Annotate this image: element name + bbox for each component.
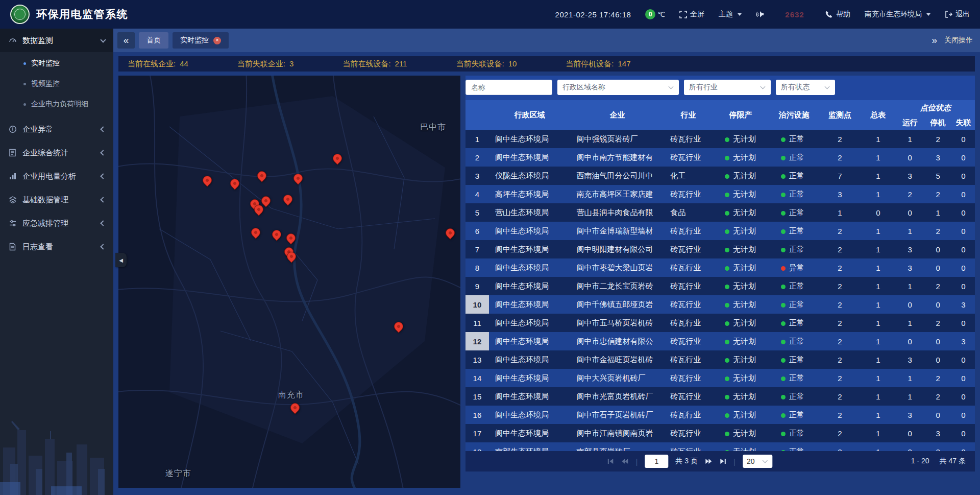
sidebar-subitem-realtime-monitor[interactable]: 实时监控	[0, 53, 113, 74]
table-row[interactable]: 13 阆中生态环境局 阆中市金福旺页岩机砖 砖瓦行业 无计划 正常 2 1 3 …	[465, 350, 975, 369]
cell-lost: 0	[952, 406, 975, 424]
table-row[interactable]: 6 阆中生态环境局 阆中市金博瑞新型墙材 砖瓦行业 无计划 正常 2 1 1 2…	[465, 222, 975, 240]
stat-stopped-devices: 当前停机设备: 147	[566, 59, 630, 69]
cell-monitor-points: 2	[820, 406, 861, 424]
sidebar-collapse-handle[interactable]: ◀	[115, 253, 127, 267]
logout-button[interactable]: 退出	[945, 10, 970, 19]
table-row[interactable]: 17 阆中生态环境局 阆中市江南镇阆南页岩 砖瓦行业 无计划 正常 2 1 0 …	[465, 424, 975, 442]
table-row[interactable]: 4 高坪生态环境局 南充市高坪区王家店建 砖瓦行业 无计划 正常 3 1 2 2…	[465, 185, 975, 203]
cell-running: 0	[896, 424, 924, 442]
cell-limit-status: 无计划	[713, 222, 769, 240]
tabs-scroll-right-button[interactable]: »	[930, 32, 938, 49]
close-tab-icon[interactable]: ×	[213, 37, 221, 44]
name-filter-input[interactable]	[465, 80, 552, 95]
status-dot	[725, 137, 729, 142]
cell-facility-status: 正常	[769, 350, 820, 369]
cell-industry: 砖瓦行业	[664, 369, 713, 387]
cell-stopped: 3	[924, 424, 952, 442]
next-page-button[interactable]	[705, 458, 712, 464]
table-row[interactable]: 15 阆中生态环境局 阆中市光富页岩机砖厂 砖瓦行业 无计划 正常 2 1 1 …	[465, 387, 975, 406]
org-label: 南充市生态环境局	[865, 10, 922, 19]
cell-running: 0	[896, 295, 924, 314]
cell-company: 阆中明阳建材有限公司	[571, 240, 665, 258]
close-operations-button[interactable]: 关闭操作	[944, 36, 973, 45]
status-dot	[781, 174, 786, 179]
cell-limit-status: 无计划	[713, 167, 769, 185]
table-row[interactable]: 1 阆中生态环境局 阆中强锐页岩砖厂 砖瓦行业 无计划 正常 2 1 1 2 0	[465, 130, 975, 148]
sidebar-item-emergency-reduction[interactable]: 应急减排管理	[0, 211, 113, 235]
table-row[interactable]: 2 阆中生态环境局 阆中市南方节能建材有 砖瓦行业 无计划 正常 2 1 0 3…	[465, 148, 975, 167]
table-row[interactable]: 5 营山生态环境局 营山县润丰肉食品有限 食品 无计划 正常 1 0 0 1 0	[465, 203, 975, 222]
tabs-scroll-left-button[interactable]: «	[117, 32, 135, 49]
status-dot	[781, 266, 786, 271]
tab-realtime-monitor[interactable]: 实时监控 ×	[173, 32, 229, 49]
cell-company: 营山县润丰肉食品有限	[571, 203, 665, 222]
fullscreen-button[interactable]: 全屏	[679, 10, 704, 19]
sidebar-item-data-monitoring[interactable]: 数据监测	[0, 29, 113, 52]
first-page-button[interactable]	[607, 458, 614, 464]
cell-running: 2	[896, 185, 924, 203]
cell-company: 阆中市光富页岩机砖厂	[571, 387, 665, 406]
temperature-unit: ℃	[657, 11, 665, 18]
cell-monitor-points: 3	[820, 185, 861, 203]
table-row[interactable]: 12 阆中生态环境局 阆中市忠信建材有限公 砖瓦行业 无计划 正常 2 1 0 …	[465, 332, 975, 350]
table-row[interactable]: 11 阆中生态环境局 阆中市五马桥页岩机砖 砖瓦行业 无计划 正常 2 1 1 …	[465, 314, 975, 332]
cell-limit-status: 无计划	[713, 387, 769, 406]
table-row[interactable]: 16 阆中生态环境局 阆中市石子页岩机砖厂 砖瓦行业 无计划 正常 2 1 3 …	[465, 406, 975, 424]
cell-lost: 0	[952, 442, 975, 451]
sidebar-subitem-power-load-detail[interactable]: 企业电力负荷明细	[0, 94, 113, 114]
table-row[interactable]: 8 阆中生态环境局 阆中市枣碧大梁山页岩 砖瓦行业 无计划 异常 2 1 3 0…	[465, 258, 975, 277]
select-value: 所有行业	[689, 83, 718, 92]
map-roads	[118, 76, 460, 488]
cell-region: 阆中生态环境局	[489, 240, 571, 258]
sidebar-item-enterprise-abnormal[interactable]: 企业异常	[0, 117, 113, 141]
table-row[interactable]: 3 仪陇生态环境局 西南油气田分公司川中 化工 无计划 正常 7 1 3 5 0	[465, 167, 975, 185]
cell-stopped: 2	[924, 277, 952, 295]
industry-select[interactable]: 所有行业	[684, 80, 771, 95]
stat-value: 211	[395, 59, 407, 69]
table-row[interactable]: 14 阆中生态环境局 阆中大兴页岩机砖厂 砖瓦行业 无计划 正常 2 1 1 2…	[465, 369, 975, 387]
status-dot	[725, 413, 729, 418]
region-select[interactable]: 行政区域名称	[557, 80, 679, 95]
sidebar-subitem-video-monitor[interactable]: 视频监控	[0, 74, 113, 94]
cell-running: 3	[896, 258, 924, 277]
org-menu[interactable]: 南充市生态环境局	[865, 10, 930, 19]
cell-running: 0	[896, 332, 924, 350]
announcement-button[interactable]	[756, 11, 764, 18]
last-page-button[interactable]	[719, 458, 726, 464]
cell-lost: 0	[952, 314, 975, 332]
enterprise-table-panel: 行政区域名称 所有行业 所有状态	[465, 76, 975, 472]
cell-limit-status: 无计划	[713, 148, 769, 167]
cell-industry: 砖瓦行业	[664, 350, 713, 369]
status-select[interactable]: 所有状态	[776, 80, 835, 95]
sidebar-item-log-view[interactable]: 日志查看	[0, 235, 113, 258]
cell-lost: 0	[952, 167, 975, 185]
page-number-input[interactable]: 1	[645, 455, 668, 468]
status-dot	[725, 432, 729, 436]
cell-company: 南部县页岩砖厂	[571, 442, 665, 451]
sidebar-item-base-data[interactable]: 基础数据管理	[0, 188, 113, 211]
app-title: 环保用电监管系统	[36, 7, 128, 21]
table-row[interactable]: 10 阆中生态环境局 阆中千佛镇五郎垭页岩 砖瓦行业 无计划 正常 2 1 0 …	[465, 295, 975, 314]
cell-monitor-points: 2	[820, 222, 861, 240]
cell-facility-status: 正常	[769, 332, 820, 350]
sidebar-item-enterprise-statistics[interactable]: 企业综合统计	[0, 141, 113, 164]
page-size-select[interactable]: 20	[743, 455, 772, 468]
stat-label: 当前在线企业:	[128, 59, 176, 69]
sidebar-item-power-analysis[interactable]: 企业用电量分析	[0, 164, 113, 188]
map-city-label: 巴中市	[420, 122, 446, 132]
map-panel[interactable]: 巴中市南充市遂宁市	[118, 76, 460, 488]
cell-limit-status: 无计划	[713, 332, 769, 350]
prev-page-button[interactable]	[621, 458, 628, 464]
help-button[interactable]: 帮助	[825, 10, 850, 19]
cell-stopped: 0	[924, 406, 952, 424]
table-row[interactable]: 18 南部生态环境局 南部县页岩砖厂 砖瓦行业 无计划 正常 2 1 0 3 0	[465, 442, 975, 451]
table-row[interactable]: 7 阆中生态环境局 阆中明阳建材有限公司 砖瓦行业 无计划 正常 2 1 3 0…	[465, 240, 975, 258]
cell-company: 阆中市南方节能建材有	[571, 148, 665, 167]
cell-monitor-points: 2	[820, 148, 861, 167]
tab-home[interactable]: 首页	[139, 32, 168, 49]
table-row[interactable]: 9 阆中生态环境局 阆中市二龙长宝页岩砖 砖瓦行业 无计划 正常 2 1 1 2…	[465, 277, 975, 295]
theme-menu[interactable]: 主题	[719, 10, 742, 19]
cell-total-meters: 1	[860, 295, 896, 314]
phone-icon	[825, 11, 833, 18]
